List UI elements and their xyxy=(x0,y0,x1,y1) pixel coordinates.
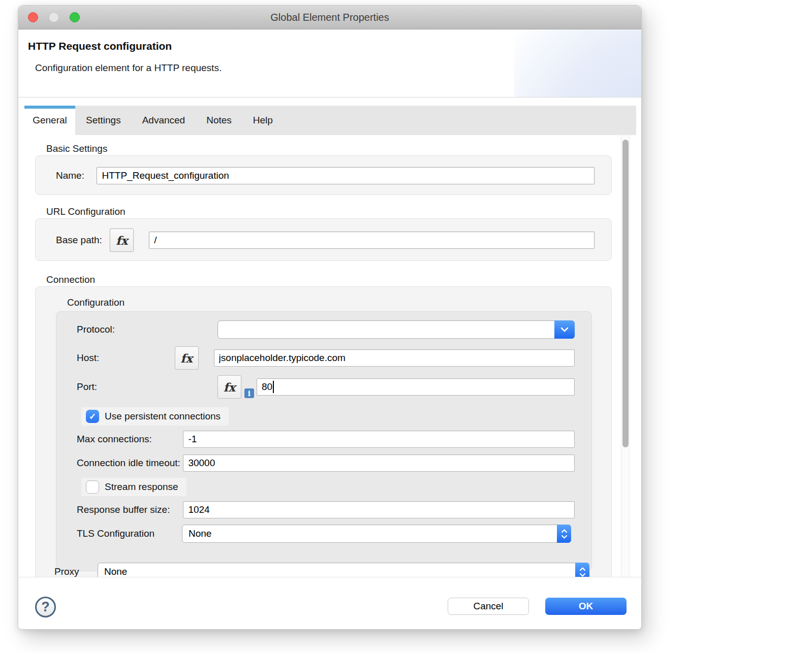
proxy-select[interactable]: None xyxy=(98,563,589,577)
zoom-window-icon[interactable] xyxy=(70,12,80,22)
connection-group: Configuration Protocol: Host: xyxy=(35,286,612,577)
idle-timeout-label: Connection idle timeout: xyxy=(77,458,183,469)
question-mark-icon: ? xyxy=(41,599,50,615)
stepper-icon[interactable] xyxy=(575,563,589,577)
fx-icon: fx xyxy=(116,234,128,247)
name-label: Name: xyxy=(56,170,97,181)
protocol-label: Protocol: xyxy=(77,324,217,335)
configuration-group: Protocol: Host: fx xyxy=(56,311,592,571)
configuration-heading: Configuration xyxy=(67,297,124,308)
tls-configuration-value: None xyxy=(182,528,571,539)
checkbox-unchecked-icon[interactable] xyxy=(86,480,99,494)
port-fx-button[interactable]: fx xyxy=(217,375,241,399)
base-path-fx-button[interactable]: fx xyxy=(110,228,134,252)
tab-notes[interactable]: Notes xyxy=(196,106,242,135)
url-configuration-group: Base path: fx xyxy=(35,218,612,261)
tab-advanced[interactable]: Advanced xyxy=(132,106,196,135)
name-input[interactable] xyxy=(97,167,595,184)
url-configuration-heading: URL Configuration xyxy=(46,206,126,217)
host-fx-button[interactable]: fx xyxy=(175,346,199,370)
protocol-dropdown[interactable] xyxy=(217,320,575,339)
fx-icon: fx xyxy=(224,380,236,394)
scrollbar-thumb[interactable] xyxy=(622,140,629,447)
use-persistent-connections-label: Use persistent connections xyxy=(105,411,221,422)
ok-button[interactable]: OK xyxy=(545,598,627,615)
host-input[interactable] xyxy=(214,349,575,367)
response-buffer-label: Response buffer size: xyxy=(77,504,183,515)
basic-settings-heading: Basic Settings xyxy=(46,143,107,154)
port-value: 80 xyxy=(262,381,272,393)
dialog-header: HTTP Request configuration Configuration… xyxy=(18,30,641,97)
tls-configuration-label: TLS Configuration xyxy=(77,528,182,539)
page-subtitle: Configuration element for a HTTP request… xyxy=(35,62,222,74)
general-tab-panel: Basic Settings Name: URL Configuration B… xyxy=(24,135,636,577)
stepper-icon[interactable] xyxy=(557,525,571,543)
response-buffer-input[interactable] xyxy=(183,501,575,518)
base-path-label: Base path: xyxy=(56,235,110,246)
tab-help[interactable]: Help xyxy=(242,106,284,135)
global-element-properties-dialog: Global Element Properties HTTP Request c… xyxy=(18,5,642,630)
idle-timeout-input[interactable] xyxy=(183,454,575,472)
help-button[interactable]: ? xyxy=(35,597,56,617)
title-bar[interactable]: Global Element Properties xyxy=(18,6,641,29)
use-persistent-connections-checkbox[interactable]: ✓ Use persistent connections xyxy=(81,407,229,426)
tab-bar: General Settings Advanced Notes Help xyxy=(24,106,636,135)
base-path-input[interactable] xyxy=(149,232,595,249)
connection-heading: Connection xyxy=(46,274,95,285)
tab-general[interactable]: General xyxy=(24,106,75,135)
cancel-button[interactable]: Cancel xyxy=(448,598,529,615)
host-label: Host: xyxy=(77,352,175,364)
close-window-icon[interactable] xyxy=(28,12,38,22)
dialog-footer: ? Cancel OK xyxy=(18,577,641,630)
port-label: Port: xyxy=(77,381,217,393)
tls-configuration-select[interactable]: None xyxy=(182,525,571,543)
checkbox-checked-icon[interactable]: ✓ xyxy=(86,410,99,423)
fx-icon: fx xyxy=(180,351,193,365)
minimize-window-icon xyxy=(49,12,59,22)
basic-settings-group: Name: xyxy=(35,155,612,195)
info-icon: i xyxy=(244,388,254,398)
proxy-label: Proxy xyxy=(54,566,98,577)
max-connections-label: Max connections: xyxy=(77,434,183,445)
text-cursor xyxy=(273,381,274,393)
chevron-down-icon[interactable] xyxy=(554,320,575,339)
header-decoration xyxy=(514,30,641,97)
window-title: Global Element Properties xyxy=(18,6,641,29)
max-connections-input[interactable] xyxy=(183,431,575,448)
stream-response-label: Stream response xyxy=(105,481,178,493)
tab-settings[interactable]: Settings xyxy=(75,106,132,135)
page-title: HTTP Request configuration xyxy=(28,40,172,52)
proxy-value: None xyxy=(98,566,589,577)
vertical-scrollbar[interactable] xyxy=(621,135,630,577)
stream-response-checkbox[interactable]: Stream response xyxy=(81,478,186,496)
port-input[interactable]: 80 xyxy=(257,378,575,396)
